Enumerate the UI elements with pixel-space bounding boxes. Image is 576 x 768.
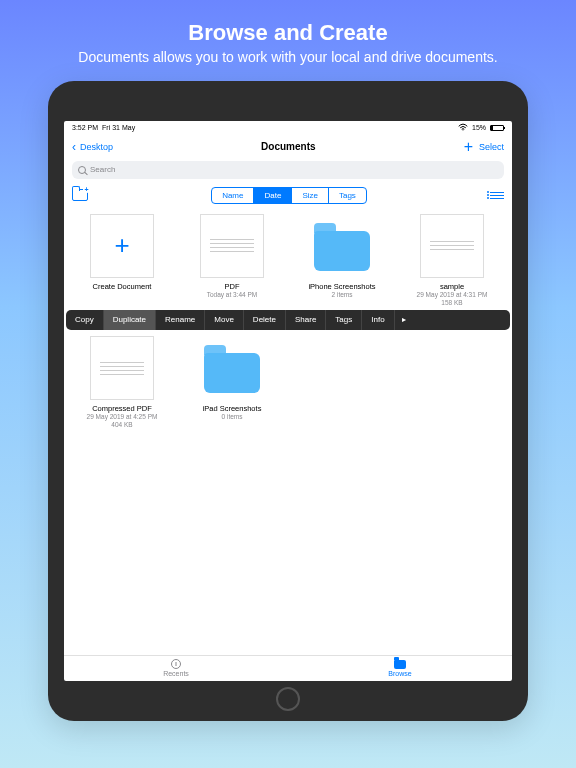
context-rename[interactable]: Rename [156, 310, 205, 330]
search-placeholder: Search [90, 165, 115, 174]
battery-icon [490, 125, 504, 131]
document-item[interactable]: sample 29 May 2019 at 4:31 PM 158 KB [402, 214, 502, 307]
search-icon [78, 166, 86, 174]
back-button[interactable]: ‹ Desktop [72, 141, 113, 153]
sort-segmented-control: Name Date Size Tags [211, 187, 367, 204]
folder-item[interactable]: iPhone Screenshots 2 items [292, 214, 392, 307]
battery-pct: 15% [472, 124, 486, 131]
document-icon [210, 239, 253, 252]
item-meta: 0 items [182, 413, 282, 421]
wifi-icon [458, 123, 468, 132]
context-move[interactable]: Move [205, 310, 244, 330]
item-label: Create Document [72, 282, 172, 291]
sort-date[interactable]: Date [254, 188, 292, 203]
document-item[interactable]: Compressed PDF 29 May 2019 at 4:25 PM 40… [72, 336, 172, 429]
clock-icon [171, 659, 181, 669]
folder-item[interactable]: iPad Screenshots 0 items [182, 336, 282, 429]
promo-subtitle: Documents allows you to work with your l… [12, 48, 564, 67]
item-label: sample [402, 282, 502, 291]
plus-icon: + [114, 230, 129, 261]
device-frame: 3:52 PM Fri 31 May 15% ‹ Desktop Documen… [48, 81, 528, 721]
status-time: 3:52 PM [72, 124, 98, 131]
item-meta: 29 May 2019 at 4:25 PM 404 KB [72, 413, 172, 429]
tab-browse[interactable]: Browse [288, 656, 512, 681]
context-info[interactable]: Info [362, 310, 394, 330]
screen: 3:52 PM Fri 31 May 15% ‹ Desktop Documen… [64, 121, 512, 681]
item-label: Compressed PDF [72, 404, 172, 413]
context-share[interactable]: Share [286, 310, 326, 330]
sort-size[interactable]: Size [292, 188, 329, 203]
context-tags[interactable]: Tags [326, 310, 362, 330]
item-meta: Today at 3:44 PM [182, 291, 282, 299]
page-title: Documents [261, 141, 315, 152]
document-icon [100, 362, 143, 375]
tab-label: Browse [388, 670, 411, 677]
status-date: Fri 31 May [102, 124, 135, 131]
tab-label: Recents [163, 670, 189, 677]
new-folder-button[interactable] [72, 189, 88, 201]
folder-icon [314, 231, 370, 271]
create-document-item[interactable]: + Create Document [72, 214, 172, 307]
back-label: Desktop [80, 142, 113, 152]
tab-bar: Recents Browse [64, 655, 512, 681]
context-delete[interactable]: Delete [244, 310, 286, 330]
sort-name[interactable]: Name [212, 188, 254, 203]
item-meta: 2 items [292, 291, 392, 299]
tab-recents[interactable]: Recents [64, 656, 288, 681]
item-label: iPhone Screenshots [292, 282, 392, 291]
promo-title: Browse and Create [12, 20, 564, 46]
nav-bar: ‹ Desktop Documents + Select [64, 135, 512, 159]
item-meta: 29 May 2019 at 4:31 PM 158 KB [402, 291, 502, 307]
folder-icon [204, 353, 260, 393]
view-list-button[interactable] [490, 192, 504, 200]
chevron-left-icon: ‹ [72, 141, 76, 153]
select-button[interactable]: Select [479, 142, 504, 152]
status-bar: 3:52 PM Fri 31 May 15% [64, 121, 512, 135]
folder-icon [394, 660, 406, 669]
home-button[interactable] [276, 687, 300, 711]
add-button[interactable]: + [464, 139, 473, 155]
item-label: iPad Screenshots [182, 404, 282, 413]
context-duplicate[interactable]: Duplicate [104, 310, 156, 330]
document-item[interactable]: PDF Today at 3:44 PM [182, 214, 282, 307]
search-input[interactable]: Search [72, 161, 504, 179]
context-more[interactable]: ▸ [395, 315, 413, 324]
context-copy[interactable]: Copy [66, 310, 104, 330]
context-menu: Copy Duplicate Rename Move Delete Share … [66, 310, 510, 330]
item-label: PDF [182, 282, 282, 291]
sort-tags[interactable]: Tags [329, 188, 366, 203]
document-icon [430, 241, 473, 250]
